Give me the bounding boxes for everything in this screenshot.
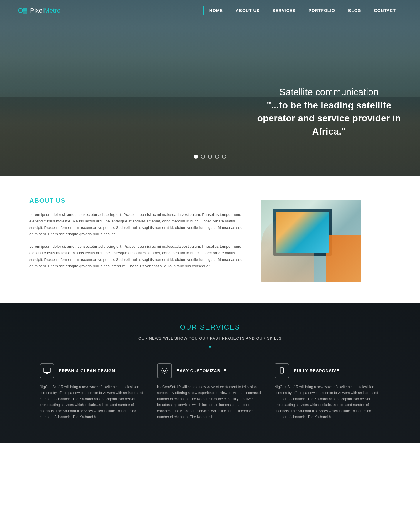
header: PixelMetro HOME ABOUT US SERVICES PORTFO…: [0, 0, 420, 21]
about-person-silhouette: [261, 217, 314, 282]
services-section: OUR SERVICES OUR NEWS WILL SHOW YOU OUR …: [0, 303, 420, 443]
nav-contact[interactable]: CONTACT: [368, 6, 402, 15]
service-desc-2: NigComSat-1R will bring a new wave of ex…: [157, 384, 263, 420]
hero-text-block: Satellite communication "...to be the le…: [256, 86, 402, 138]
monitor-icon: [43, 367, 51, 375]
about-section: ABOUT US Lorem ipsum dolor sit amet, con…: [0, 176, 420, 303]
service-title-2: EASY CUSTOMIZABLE: [177, 368, 226, 373]
dot-4[interactable]: [215, 155, 219, 159]
services-sub: OUR NEWS WILL SHOW YOU OUR PAST PROJECTS…: [18, 336, 402, 341]
dot-2[interactable]: [201, 155, 205, 159]
svg-point-0: [19, 9, 23, 13]
nav-blog[interactable]: BLOG: [342, 6, 367, 15]
about-para-1: Lorem ipsum dolor sit amet, consectetur …: [29, 212, 244, 237]
dot-5[interactable]: [222, 155, 226, 159]
svg-point-6: [164, 370, 166, 372]
nav-portfolio[interactable]: PORTFOLIO: [302, 6, 342, 15]
about-para-2: Lorem ipsum dolor sit amet, consectetur …: [29, 243, 244, 269]
service-title-3: FULLY RESPONSIVE: [294, 368, 339, 373]
service-icon-box-3: [275, 363, 289, 378]
service-card-design: FRESH & CLEAN DESIGN NigComSat-1R will b…: [40, 363, 145, 420]
nav-home[interactable]: HOME: [203, 6, 229, 15]
svg-rect-1: [23, 8, 27, 11]
service-card-responsive: FULLY RESPONSIVE NigComSat-1R will bring…: [275, 363, 380, 420]
gear-icon: [161, 367, 168, 375]
service-icon-box-1: [40, 363, 54, 378]
service-icon-row-2: EASY CUSTOMIZABLE: [157, 363, 263, 378]
logo-text: PixelMetro: [30, 7, 61, 14]
services-accent-dot: [209, 346, 211, 348]
main-nav: HOME ABOUT US SERVICES PORTFOLIO BLOG CO…: [203, 6, 402, 15]
logo-icon: [18, 5, 28, 16]
about-text: ABOUT US Lorem ipsum dolor sit amet, con…: [29, 197, 244, 275]
dot-3[interactable]: [208, 155, 212, 159]
about-heading: ABOUT US: [29, 197, 244, 204]
nav-services[interactable]: SERVICES: [266, 6, 302, 15]
about-image: [261, 200, 361, 282]
svg-rect-2: [23, 11, 27, 14]
logo: PixelMetro: [18, 5, 61, 16]
mobile-icon: [278, 367, 286, 375]
hero-title: Satellite communication "...to be the le…: [256, 86, 402, 138]
nav-about[interactable]: ABOUT US: [229, 6, 266, 15]
service-title-1: FRESH & CLEAN DESIGN: [59, 368, 115, 373]
svg-rect-3: [44, 368, 50, 372]
services-dot-line: [18, 343, 402, 349]
service-icon-row-3: FULLY RESPONSIVE: [275, 363, 380, 378]
dot-1[interactable]: [194, 155, 198, 159]
service-card-custom: EASY CUSTOMIZABLE NigComSat-1R will brin…: [157, 363, 263, 420]
svg-point-8: [282, 373, 282, 373]
service-icon-box-2: [157, 363, 172, 378]
service-desc-1: NigComSat-1R will bring a new wave of ex…: [40, 384, 145, 420]
service-icon-row-1: FRESH & CLEAN DESIGN: [40, 363, 145, 378]
hero-dots: [194, 155, 226, 159]
services-grid: FRESH & CLEAN DESIGN NigComSat-1R will b…: [18, 363, 402, 420]
services-heading: OUR SERVICES: [18, 323, 402, 331]
service-desc-3: NigComSat-1R will bring a new wave of ex…: [275, 384, 380, 420]
hero-section: Satellite communication "...to be the le…: [0, 0, 420, 176]
about-image-overlay: [326, 235, 361, 282]
